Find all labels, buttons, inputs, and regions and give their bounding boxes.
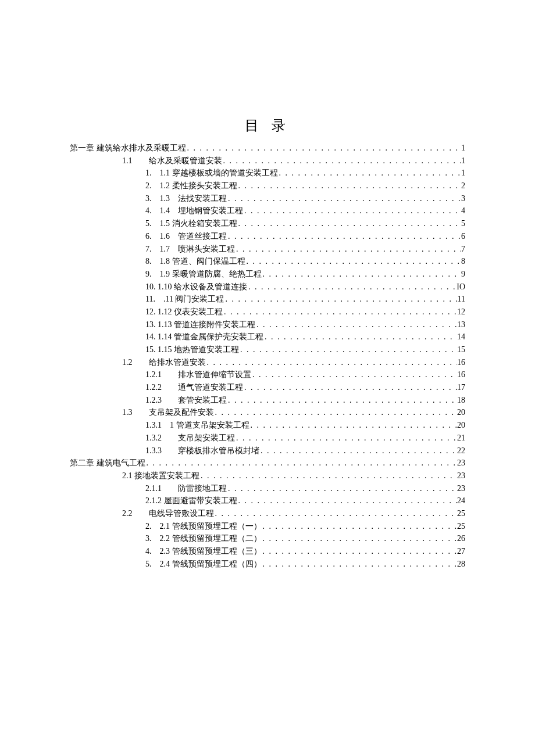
toc-entry: 1.1 给水及采暖管道安装1: [70, 155, 465, 167]
toc-entry-label: 第一章 建筑给水排水及采暖工程: [70, 142, 186, 155]
toc-leader-dots: [235, 243, 461, 256]
toc-leader-dots: [214, 507, 458, 520]
toc-entry: 1.3.2 支吊架安装工程21: [70, 432, 465, 445]
toc-entry: 11. .11 阀门安装工程11: [70, 293, 465, 306]
toc-entry-label: 3. 1.3 法找安装工程: [145, 192, 227, 205]
toc-entry-page: IO: [456, 281, 465, 293]
toc-entry-page: 4: [461, 205, 465, 217]
toc-entry: 5. 1.5 消火栓箱安装工程5: [70, 217, 465, 230]
toc-entry-page: 23: [457, 457, 465, 470]
toc-entry-page: 6: [461, 230, 465, 243]
toc-entry-page: 1: [461, 142, 465, 155]
toc-entry-page: 18: [457, 394, 465, 407]
toc-entry-label: 1.3.3 穿楼板排水管吊模封堵: [145, 445, 259, 457]
toc-leader-dots: [227, 394, 457, 407]
toc-entry: 1.2 给排水管道安装16: [70, 356, 465, 369]
toc-entry-page: 27: [457, 545, 465, 558]
toc-leader-dots: [186, 142, 462, 155]
toc-entry: 15. 1.15 地热管道安装工程15: [70, 343, 465, 356]
toc-entry-label: 4. 2.3 管线预留预埋工程（三）: [145, 545, 262, 558]
toc-entry-label: 6. 1.6 管道丝接工程: [145, 230, 227, 243]
toc-entry: 3. 2.2 管线预留预埋工程（二）26: [70, 532, 465, 545]
toc-leader-dots: [206, 356, 458, 369]
toc-entry-label: 7. 1.7 喷淋头安装工程: [145, 243, 235, 256]
toc-leader-dots: [262, 558, 458, 571]
toc-entry: 3. 1.3 法找安装工程3: [70, 192, 465, 205]
toc-leader-dots: [235, 432, 457, 445]
toc-entry-label: 4. 1.4 埋地钢管安装工程: [145, 205, 243, 217]
toc-leader-dots: [278, 167, 462, 180]
toc-entry-label: 1.1 给水及采暖管道安装: [122, 155, 222, 167]
toc-entry: 2.1.2 屋面避雷带安装工程24: [70, 495, 465, 507]
toc-entry-label: 1.2.3 套管安装工程: [145, 394, 227, 407]
toc-entry: 1.3 支吊架及配件安装20: [70, 406, 465, 419]
toc-entry: 2.2 电线导管敷设工程25: [70, 507, 465, 520]
toc-entry-label: 8. 1.8 管道、阀门保温工程: [145, 255, 245, 268]
toc-entry: 5. 2.4 管线预留预埋工程（四）28: [70, 558, 465, 571]
toc-leader-dots: [245, 255, 462, 268]
toc-leader-dots: [223, 306, 457, 318]
toc-entry-page: 24: [457, 495, 465, 507]
toc-entry-page: 1: [461, 155, 465, 167]
toc-entry: 1.3.1 1 管道支吊架安装工程20: [70, 419, 465, 432]
toc-entry-label: 12. 1.12 仪表安装工程: [145, 306, 223, 318]
toc-entry-page: 28: [457, 558, 465, 571]
toc-entry-page: 3: [461, 192, 465, 205]
toc-entry-label: 5. 1.5 消火栓箱安装工程: [145, 217, 237, 230]
toc-entry-page: 12: [457, 306, 465, 318]
toc-entry-label: 2.2 电线导管敷设工程: [122, 507, 214, 520]
toc-entry: 1.3.3 穿楼板排水管吊模封堵22: [70, 445, 465, 457]
toc-entry-page: 20: [457, 406, 465, 419]
toc-entry: 2. 2.1 管线预留预埋工程（一）25: [70, 520, 465, 533]
toc-leader-dots: [224, 293, 457, 306]
toc-entry-page: 8: [461, 255, 465, 268]
toc-entry: 6. 1.6 管道丝接工程6: [70, 230, 465, 243]
toc-entry-label: 1.2.1 排水管道伸缩节设置: [145, 368, 251, 381]
toc-entry-label: 2.1.1 防雷接地工程: [145, 482, 227, 495]
toc-entry: 4. 2.3 管线预留预埋工程（三）27: [70, 545, 465, 558]
toc-leader-dots: [262, 545, 458, 558]
toc-leader-dots: [259, 445, 457, 457]
toc-entry-label: 1.2.2 通气管道安装工程: [145, 381, 243, 394]
toc-leader-dots: [263, 331, 457, 343]
toc-entry-page: 11: [458, 293, 465, 306]
toc-entry-page: 2: [461, 180, 465, 192]
toc-entry-label: 15. 1.15 地热管道安装工程: [145, 343, 239, 356]
toc-entry-page: 17: [457, 381, 465, 394]
toc-entry-label: 11. .11 阀门安装工程: [145, 293, 224, 306]
toc-leader-dots: [237, 217, 462, 230]
toc-leader-dots: [243, 381, 457, 394]
toc-entry-label: 9. 1.9 采暖管道防腐、绝热工程: [145, 268, 262, 281]
toc-entry-page: 15: [457, 343, 465, 356]
toc-entry-page: 13: [457, 318, 465, 331]
toc-entry-label: 1.3.2 支吊架安装工程: [145, 432, 235, 445]
toc-entry: 8. 1.8 管道、阀门保温工程8: [70, 255, 465, 268]
toc-entry: 13. 1.13 管道连接附件安装工程13: [70, 318, 465, 331]
toc-entry-page: 25: [457, 507, 465, 520]
toc-entry-page: 22: [457, 445, 465, 457]
toc-entry: 10. 1.10 给水设备及管道连接IO: [70, 281, 465, 293]
document-page: 目 录 第一章 建筑给水排水及采暖工程11.1 给水及采暖管道安装11. 1.1…: [0, 0, 535, 756]
toc-title: 目 录: [70, 116, 465, 135]
toc-entry-label: 2.1.2 屋面避雷带安装工程: [145, 495, 237, 507]
toc-entry: 7. 1.7 喷淋头安装工程7: [70, 243, 465, 256]
toc-entry-page: 9: [461, 268, 465, 281]
toc-entry-label: 2. 2.1 管线预留预埋工程（一）: [145, 520, 262, 533]
toc-entry-label: 14. 1.14 管道金属保护壳安装工程: [145, 331, 263, 343]
toc-leader-dots: [227, 230, 461, 243]
toc-leader-dots: [262, 520, 458, 533]
toc-entry-label: 1.2 给排水管道安装: [122, 356, 206, 369]
toc-leader-dots: [255, 318, 457, 331]
toc-entry-page: 23: [457, 470, 465, 482]
toc-leader-dots: [251, 368, 457, 381]
table-of-contents: 第一章 建筑给水排水及采暖工程11.1 给水及采暖管道安装11. 1.1 穿越楼…: [70, 142, 465, 570]
toc-entry-label: 3. 2.2 管线预留预埋工程（二）: [145, 532, 262, 545]
toc-leader-dots: [222, 155, 462, 167]
toc-entry: 第一章 建筑给水排水及采暖工程1: [70, 142, 465, 155]
toc-entry-label: 1. 1.1 穿越楼板或墙的管道安装工程: [145, 167, 278, 180]
toc-entry-page: 7: [461, 243, 465, 256]
toc-leader-dots: [227, 482, 457, 495]
toc-entry-page: 14: [457, 331, 465, 343]
toc-leader-dots: [243, 205, 461, 217]
toc-entry: 2. 1.2 柔性接头安装工程2: [70, 180, 465, 192]
